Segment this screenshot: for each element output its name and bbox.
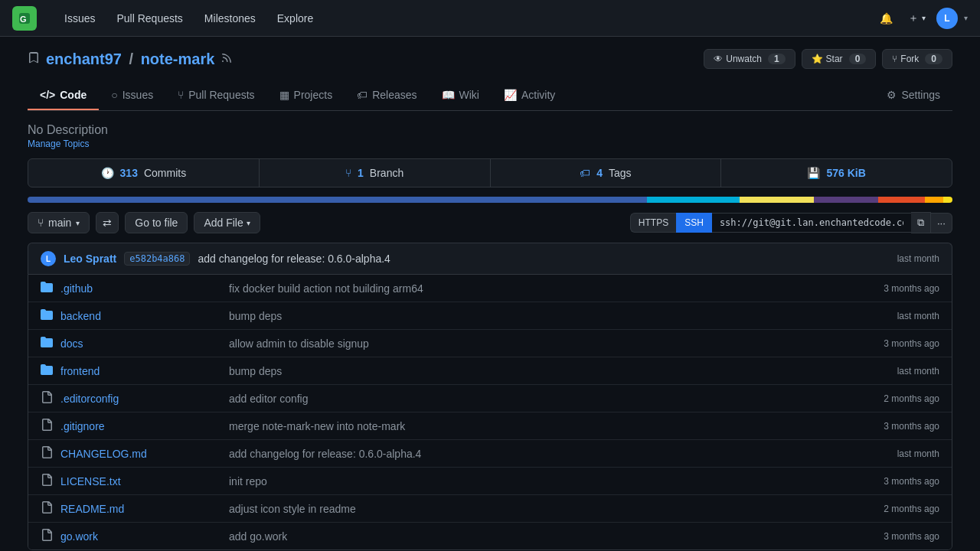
lang-bar-segment [943, 197, 952, 203]
more-icon: ··· [937, 217, 946, 229]
repo-path-separator: / [129, 51, 134, 67]
ssh-button[interactable]: SSH [676, 213, 712, 233]
nav-milestones[interactable]: Milestones [195, 8, 265, 29]
file-name[interactable]: .github [60, 282, 229, 295]
nav-issues[interactable]: Issues [55, 8, 104, 29]
commit-author-name[interactable]: Leo Spratt [64, 253, 116, 265]
nav-explore[interactable]: Explore [268, 8, 322, 29]
top-nav: G Issues Pull Requests Milestones Explor… [0, 0, 980, 37]
file-name[interactable]: go.work [60, 530, 229, 543]
tab-pull-requests[interactable]: ⑂ Pull Requests [165, 81, 266, 110]
rss-icon[interactable] [220, 52, 233, 67]
fork-button[interactable]: ⑂ Fork 0 [882, 49, 952, 69]
notifications-button[interactable]: 🔔 [875, 8, 897, 29]
file-time: 2 months ago [884, 393, 939, 404]
star-button[interactable]: ⭐ Star 0 [802, 49, 877, 69]
lang-bar-segment [878, 197, 924, 203]
tags-count: 4 [596, 167, 603, 179]
compare-icon: ⇄ [103, 217, 112, 229]
fork-label: Fork [900, 54, 919, 64]
file-icon [41, 419, 53, 433]
file-name[interactable]: .editorconfig [60, 393, 229, 405]
commit-message: add changelog for release: 0.6.0-alpha.4 [198, 253, 889, 265]
file-time: last month [897, 366, 939, 377]
star-icon: ⭐ [812, 54, 823, 64]
commits-stat[interactable]: 🕐 313 Commits [28, 159, 260, 187]
create-button[interactable]: ＋ ▾ [903, 7, 930, 30]
chevron-down-icon: ▾ [76, 219, 80, 227]
releases-icon: 🏷 [357, 89, 368, 101]
file-name[interactable]: README.md [60, 503, 229, 515]
user-avatar[interactable]: L [936, 8, 958, 29]
stats-bar: 🕐 313 Commits ⑂ 1 Branch 🏷 4 Tags 💾 576 … [28, 158, 952, 187]
commits-label: Commits [144, 167, 186, 179]
description-text: No Description [28, 123, 952, 137]
tab-settings[interactable]: ⚙ Settings [874, 81, 952, 110]
file-message: merge note-mark-new into note-mark [229, 420, 884, 432]
table-row: .githubfix docker build action not build… [28, 275, 952, 302]
file-time: 3 months ago [884, 476, 939, 487]
manage-topics-link[interactable]: Manage Topics [28, 139, 90, 149]
clone-area: HTTPS SSH ⧉ ··· [630, 212, 952, 233]
wiki-icon: 📖 [442, 89, 455, 101]
unwatch-button[interactable]: 👁 Unwatch 1 [704, 49, 795, 69]
repo-header: enchant97 / note-mark 👁 Unwatch 1 ⭐ Star… [28, 49, 952, 69]
file-name[interactable]: docs [60, 337, 229, 350]
folder-icon [41, 281, 53, 295]
https-button[interactable]: HTTPS [630, 213, 676, 233]
clone-url-input[interactable] [712, 213, 911, 233]
site-logo[interactable]: G [12, 6, 37, 31]
file-name[interactable]: frontend [60, 365, 229, 377]
pr-icon: ⑂ [178, 89, 184, 101]
add-file-label: Add File [204, 217, 243, 229]
code-icon: </> [40, 89, 55, 101]
issues-icon: ○ [111, 89, 117, 101]
tab-releases[interactable]: 🏷 Releases [345, 81, 429, 110]
file-icon [41, 446, 53, 461]
file-name[interactable]: LICENSE.txt [60, 475, 229, 487]
fork-icon: ⑂ [892, 54, 897, 64]
top-nav-links: Issues Pull Requests Milestones Explore [55, 8, 857, 29]
unwatch-label: Unwatch [726, 54, 762, 64]
repo-owner-link[interactable]: enchant97 [46, 51, 122, 67]
tab-issues[interactable]: ○ Issues [99, 81, 165, 110]
repo-name-link[interactable]: note-mark [141, 51, 215, 67]
file-message: add changelog for release: 0.6.0-alpha.4 [229, 448, 897, 460]
file-icon [41, 501, 53, 516]
goto-file-button[interactable]: Go to file [125, 212, 188, 233]
main-content: enchant97 / note-mark 👁 Unwatch 1 ⭐ Star… [15, 37, 965, 551]
commit-hash[interactable]: e582b4a868 [124, 252, 190, 266]
toolbar: ⑂ main ▾ ⇄ Go to file Add File ▾ HTTPS S… [28, 212, 952, 233]
file-name[interactable]: CHANGELOG.md [60, 448, 229, 460]
copy-url-button[interactable]: ⧉ [911, 212, 931, 233]
tab-code[interactable]: </> Code [28, 81, 99, 110]
tab-projects[interactable]: ▦ Projects [267, 81, 345, 110]
add-file-button[interactable]: Add File ▾ [194, 212, 260, 233]
file-time: 3 months ago [884, 338, 939, 349]
branches-stat[interactable]: ⑂ 1 Branch [260, 159, 491, 187]
repo-path: enchant97 / note-mark [46, 51, 214, 68]
size-value: 576 KiB [826, 167, 865, 179]
file-icon [41, 529, 53, 543]
file-table: .githubfix docker build action not build… [28, 274, 952, 550]
language-bar [28, 197, 952, 203]
bell-icon: 🔔 [880, 12, 893, 24]
file-name[interactable]: backend [60, 310, 229, 322]
file-message: allow admin to disable signup [229, 337, 884, 350]
repo-actions: 👁 Unwatch 1 ⭐ Star 0 ⑂ Fork 0 [704, 49, 952, 69]
lang-bar-segment [647, 197, 740, 203]
tags-stat[interactable]: 🏷 4 Tags [491, 159, 722, 187]
tab-activity[interactable]: 📈 Activity [492, 81, 567, 110]
compare-button[interactable]: ⇄ [96, 212, 119, 233]
nav-pull-requests[interactable]: Pull Requests [107, 8, 191, 29]
branch-selector[interactable]: ⑂ main ▾ [28, 212, 90, 233]
file-time: 3 months ago [884, 531, 939, 542]
file-message: adjust icon style in readme [229, 503, 884, 515]
file-name[interactable]: .gitignore [60, 420, 229, 432]
tab-wiki[interactable]: 📖 Wiki [430, 81, 492, 110]
lang-bar-segment [925, 197, 943, 203]
branch-name: main [48, 217, 71, 229]
file-message: bump deps [229, 365, 897, 377]
file-message: add go.work [229, 530, 884, 543]
more-options-button[interactable]: ··· [931, 213, 952, 233]
